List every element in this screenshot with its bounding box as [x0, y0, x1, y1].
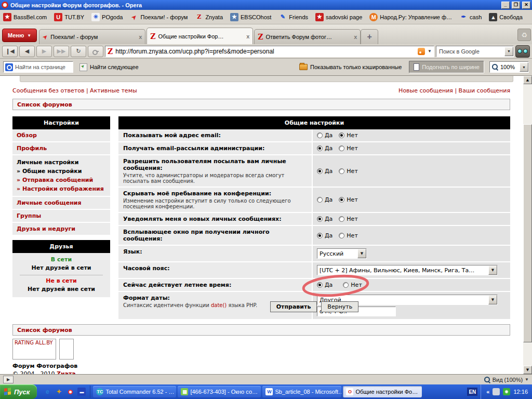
wand-password-button[interactable] [88, 46, 103, 57]
radio-option[interactable]: Да [317, 282, 332, 288]
forward-button[interactable]: ▶ [36, 46, 52, 57]
scrollbar-thumb[interactable] [523, 124, 532, 342]
setting-select[interactable]: [UTC + 2] Афины, Вильнюс, Киев, Минск, Р… [317, 265, 498, 275]
forum-list-link-bottom[interactable]: Список форумов [17, 327, 72, 334]
sidebar-item[interactable]: Профиль [12, 142, 110, 155]
top-links-left[interactable]: Сообщения без ответов | Активные темы [12, 87, 137, 94]
restore-button[interactable]: ❐ [512, 2, 520, 9]
search-engine-dropdown[interactable]: ▼ [504, 47, 513, 56]
forum-list-bar-top[interactable]: Список форумов [12, 99, 510, 110]
tab-active[interactable]: ZОбщие настройки Фор…x [147, 28, 253, 44]
close-button[interactable]: ✕ [522, 2, 530, 9]
tab-close-icon[interactable]: x [354, 34, 357, 40]
task-button[interactable]: WSb_article_08 - Microsoft… [262, 386, 341, 397]
top-links-right[interactable]: Новые сообщения | Ваши сообщения [398, 87, 510, 94]
tray-gray-icon[interactable] [493, 388, 500, 395]
sidebar-item[interactable]: Обзор [12, 129, 110, 142]
bookmark-item[interactable]: ★BassBel.com [3, 13, 47, 21]
submit-button[interactable]: Отправить [270, 301, 317, 312]
bookmark-item[interactable]: ✒cash [459, 13, 482, 21]
radio-option[interactable]: Да [317, 145, 332, 152]
bookmark-item[interactable]: MНарод.Ру: Управление ф… [369, 13, 452, 21]
radio-option[interactable]: Нет [339, 196, 357, 203]
radio-button[interactable] [339, 132, 344, 138]
zoom-dropdown[interactable]: ▼ [520, 62, 528, 72]
radio-option[interactable]: Нет [339, 132, 357, 139]
sidebar-item[interactable]: Группы [12, 210, 110, 223]
fast-forward-button[interactable]: ▶▶ [54, 46, 69, 57]
binoculars-find-icon[interactable] [515, 45, 530, 58]
radio-option[interactable]: Нет [343, 282, 362, 288]
zoom-control[interactable]: 100% ▼ [489, 61, 529, 73]
forum-list-bar-bottom[interactable]: Список форумов [12, 324, 510, 336]
bookmark-item[interactable]: UTUT.BY [54, 13, 84, 21]
opera-menu-button[interactable]: Меню ▼ [2, 29, 37, 42]
radio-button[interactable] [317, 282, 323, 288]
fit-to-width-button[interactable]: Подогнать по ширине [409, 61, 484, 73]
site-link[interactable]: Zната. [57, 370, 78, 374]
find-next-button[interactable]: Найти следующее [77, 62, 141, 72]
opera-icon[interactable] [66, 388, 74, 396]
tab-close-icon[interactable]: x [139, 34, 142, 40]
radio-button[interactable] [317, 233, 323, 238]
launch-icon[interactable]: ✦ [55, 388, 63, 396]
rewind-button[interactable]: ❙◀ [2, 46, 18, 57]
url-dropdown-icon[interactable]: ▼ [428, 49, 432, 54]
radio-option[interactable]: Нет [339, 168, 357, 175]
radio-button[interactable] [317, 216, 323, 222]
floppy-icon[interactable]: ▬ [77, 388, 86, 396]
radio-option[interactable]: Да [317, 196, 332, 203]
bookmark-item[interactable]: ➤Поехали! - форум [130, 13, 188, 21]
tab-inactive[interactable]: ZОтветить Форум фотог…x [254, 29, 361, 44]
tab-close-icon[interactable]: x [246, 33, 249, 39]
sidebar-item[interactable]: » Общие настройки [17, 167, 106, 176]
bookmark-item[interactable]: ✳POgoda [91, 13, 123, 21]
setting-select[interactable]: Русский▼ [317, 248, 367, 259]
reset-button[interactable]: Вернуть [321, 301, 358, 312]
sidebar-item[interactable]: Друзья и недруги [12, 223, 110, 236]
tray-collapse-icon[interactable]: « [486, 389, 489, 395]
forum-list-link[interactable]: Список форумов [17, 101, 72, 108]
radio-button[interactable] [317, 132, 323, 138]
radio-button[interactable] [317, 168, 323, 174]
bookmark-item[interactable]: ✎Friends [278, 13, 308, 21]
chevron-down-icon[interactable]: ▼ [357, 249, 366, 258]
rating-banner[interactable]: RATING ALL.BY [12, 339, 56, 360]
radio-button[interactable] [339, 233, 344, 238]
radio-option[interactable]: Да [317, 232, 332, 239]
bookmark-item[interactable]: ★sadovski page [315, 13, 362, 21]
new-tab-button[interactable]: + [361, 29, 378, 44]
panels-toggle-button[interactable]: ▶ [3, 376, 14, 383]
search-input[interactable]: Поиск в Google ▼ [436, 46, 514, 57]
radio-button[interactable] [339, 216, 344, 222]
start-button[interactable]: Пуск [0, 384, 37, 399]
reload-button[interactable]: ↻ [71, 46, 86, 57]
bookmark-item[interactable]: ZZnyata [195, 13, 223, 21]
radio-button[interactable] [317, 197, 323, 203]
back-button[interactable]: ◀ [19, 46, 35, 57]
radio-option[interactable]: Нет [339, 145, 357, 152]
tab-inactive[interactable]: ➤Поехали! - форумx [39, 29, 145, 44]
language-indicator[interactable]: EN [467, 388, 477, 396]
empty-banner[interactable] [59, 339, 74, 360]
radio-button[interactable] [339, 145, 344, 151]
sidebar-item[interactable]: » Настройки отображения [17, 184, 106, 193]
radio-button[interactable] [339, 197, 344, 203]
scroll-down-button[interactable]: ▼ [523, 366, 532, 374]
cached-only-toggle[interactable]: Показывать только кэшированные [297, 63, 404, 71]
closed-tabs-trash-icon[interactable]: ♻ [517, 29, 531, 41]
task-button[interactable]: TCTotal Commander 6.52 - … [93, 386, 176, 397]
radio-option[interactable]: Да [317, 168, 332, 175]
bookmark-item[interactable]: ★EBSCOhost [230, 13, 271, 21]
scroll-up-button[interactable]: ▲ [523, 76, 532, 84]
icq-flower-icon[interactable] [503, 388, 510, 395]
title-bar[interactable]: Общие настройки Форум фотографов. - Oper… [0, 0, 532, 10]
ie-icon[interactable]: e [43, 388, 51, 396]
radio-button[interactable] [343, 282, 349, 288]
radio-option[interactable]: Нет [339, 216, 357, 222]
rss-feed-icon[interactable] [418, 48, 425, 55]
sidebar-item[interactable]: Личные сообщения [12, 197, 110, 210]
radio-option[interactable]: Да [317, 132, 332, 139]
vertical-scrollbar[interactable]: ▲ ▼ [523, 76, 532, 374]
radio-button[interactable] [317, 145, 323, 151]
